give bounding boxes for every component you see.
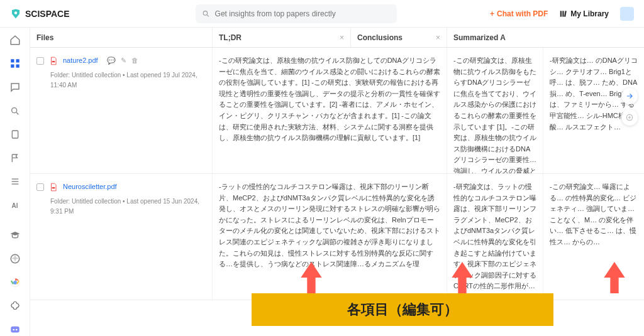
chat-with-pdf-link[interactable]: + Chat with PDF bbox=[490, 9, 548, 18]
pdf-icon bbox=[49, 57, 58, 65]
svg-rect-3 bbox=[560, 11, 562, 16]
svg-rect-6 bbox=[11, 60, 14, 63]
row-checkbox[interactable] bbox=[36, 183, 44, 191]
svg-point-21 bbox=[15, 329, 17, 331]
chat-with-pdf-label: Chat with PDF bbox=[497, 9, 548, 18]
brand[interactable]: SCISPACE bbox=[10, 8, 70, 19]
svg-rect-22 bbox=[52, 61, 55, 62]
add-column-button[interactable] bbox=[621, 109, 638, 126]
col-summary-label: Summarized A bbox=[453, 33, 506, 42]
summary-cell[interactable]: -この研究論文… 曝露による… の性特異的変化… ビジェネティ… 強調していま…… bbox=[543, 174, 644, 300]
file-name-link[interactable]: nature2.pdf bbox=[63, 55, 98, 67]
svg-rect-7 bbox=[16, 60, 19, 63]
tldr-cell[interactable]: -この研究論文は、原核生物の抗ウイルス防御としてのDNAグリコシラーゼに焦点を当… bbox=[213, 48, 447, 173]
home-icon[interactable] bbox=[9, 34, 21, 46]
annotation-banner-text: 各項目（編集可） bbox=[347, 300, 458, 319]
plus-circle-icon bbox=[625, 113, 634, 122]
col-tldr-label: TL;DR bbox=[219, 33, 242, 42]
graduation-icon[interactable] bbox=[9, 229, 21, 242]
column-headers: Files TL;DR× Conclusions× Summarized A bbox=[30, 28, 644, 48]
library-grid-icon[interactable] bbox=[9, 58, 21, 70]
file-name-link[interactable]: Neurosciletter.pdf bbox=[63, 182, 117, 193]
chrome-icon[interactable] bbox=[9, 276, 21, 289]
svg-rect-5 bbox=[564, 11, 567, 17]
col-conclusions-label: Conclusions bbox=[357, 33, 402, 42]
top-right: + Chat with PDF My Library bbox=[490, 7, 634, 21]
file-cell: nature2.pdf 💬 ✎ 🗑 Folder: Untitled colle… bbox=[30, 48, 213, 173]
annotation-arrow bbox=[301, 262, 322, 293]
global-search[interactable] bbox=[196, 4, 397, 23]
col-summary[interactable]: Summarized A bbox=[447, 28, 644, 47]
table-row: nature2.pdf 💬 ✎ 🗑 Folder: Untitled colle… bbox=[30, 48, 644, 174]
discord-icon[interactable] bbox=[9, 323, 21, 336]
file-meta: Folder: Untitled collection • Last opene… bbox=[50, 70, 206, 90]
annotation-arrow bbox=[452, 262, 473, 293]
col-files[interactable]: Files bbox=[30, 28, 213, 47]
compass-icon[interactable] bbox=[9, 252, 21, 265]
scroll-right-button[interactable] bbox=[621, 88, 638, 104]
svg-rect-12 bbox=[12, 131, 18, 138]
file-cell: Neurosciletter.pdf Folder: Untitled coll… bbox=[30, 174, 213, 300]
annotation-banner: 各項目（編集可） bbox=[252, 293, 553, 326]
chat-icon[interactable]: 💬 bbox=[107, 55, 116, 67]
col-conclusions[interactable]: Conclusions× bbox=[351, 28, 447, 47]
ai-icon[interactable]: AI bbox=[9, 199, 21, 212]
file-folder: Folder: Untitled collection bbox=[50, 198, 121, 205]
openai-icon[interactable] bbox=[9, 300, 21, 313]
my-library-link[interactable]: My Library bbox=[559, 9, 609, 18]
file-actions: 💬 ✎ 🗑 bbox=[107, 55, 138, 67]
top-bar: SCISPACE + Chat with PDF My Library bbox=[0, 0, 644, 28]
book-icon[interactable] bbox=[9, 128, 21, 141]
annotation-arrow bbox=[604, 262, 625, 293]
tldr-cell[interactable]: -ラットの慢性的なコルチコステロン曝露は、視床下部のリーリン断片、MeCP2、お… bbox=[213, 174, 447, 300]
svg-rect-19 bbox=[11, 327, 19, 333]
flag-icon[interactable] bbox=[9, 152, 21, 165]
file-folder: Folder: Untitled collection bbox=[50, 72, 121, 79]
search-icon bbox=[202, 9, 210, 18]
col-tldr[interactable]: TL;DR× bbox=[213, 28, 351, 47]
close-icon[interactable]: × bbox=[436, 33, 440, 42]
file-meta: Folder: Untitled collection • Last opene… bbox=[50, 197, 206, 217]
svg-rect-9 bbox=[16, 65, 19, 68]
pdf-icon bbox=[49, 183, 58, 192]
brand-logo-icon bbox=[10, 8, 21, 19]
delete-icon[interactable]: 🗑 bbox=[131, 55, 138, 67]
svg-point-20 bbox=[13, 329, 14, 331]
library-icon bbox=[559, 9, 568, 18]
main-area: Files TL;DR× Conclusions× Summarized A n… bbox=[30, 28, 644, 336]
svg-line-2 bbox=[207, 14, 209, 16]
svg-point-10 bbox=[11, 107, 16, 112]
svg-rect-4 bbox=[563, 11, 564, 16]
brand-text: SCISPACE bbox=[25, 9, 70, 19]
edit-icon[interactable]: ✎ bbox=[121, 55, 126, 67]
svg-point-0 bbox=[14, 11, 18, 14]
avatar[interactable] bbox=[620, 7, 634, 21]
arrow-right-icon bbox=[625, 92, 634, 100]
svg-rect-8 bbox=[11, 65, 14, 68]
svg-point-1 bbox=[203, 11, 208, 15]
list-icon[interactable] bbox=[9, 176, 21, 188]
search-input[interactable] bbox=[215, 9, 391, 18]
row-checkbox[interactable] bbox=[36, 57, 44, 65]
col-files-label: Files bbox=[36, 33, 53, 42]
table-row: Neurosciletter.pdf Folder: Untitled coll… bbox=[30, 174, 644, 300]
chat-icon[interactable] bbox=[9, 81, 21, 94]
svg-line-11 bbox=[16, 112, 18, 114]
left-rail: AI bbox=[0, 28, 30, 336]
conclusions-cell[interactable]: -この研究論文は、原核生物に抗ウイルス防御をもたらすDNAグリコシラーゼに焦点を… bbox=[447, 48, 543, 173]
svg-rect-23 bbox=[52, 187, 55, 188]
search-rail-icon[interactable] bbox=[9, 105, 21, 117]
plus-icon: + bbox=[490, 9, 494, 18]
close-icon[interactable]: × bbox=[340, 33, 344, 42]
my-library-label: My Library bbox=[570, 9, 609, 18]
